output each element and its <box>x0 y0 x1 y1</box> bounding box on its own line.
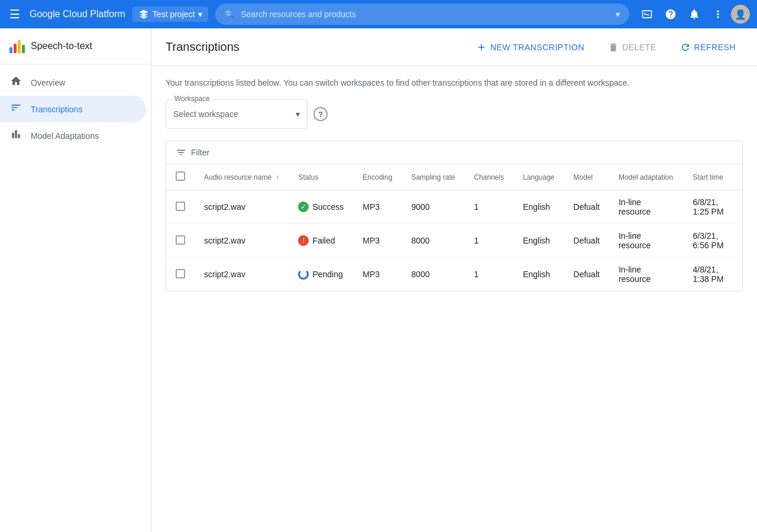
sidebar-item-transcriptions[interactable]: Transcriptions <box>0 96 146 122</box>
row-checkbox-cell[interactable] <box>166 190 195 224</box>
transcriptions-icon <box>9 102 22 116</box>
cell-status: ✓Success <box>289 190 353 224</box>
status-text: Failed <box>312 236 335 245</box>
sidebar-nav: Overview Transcriptions Model Adaptation… <box>0 64 151 154</box>
filter-label: Filter <box>191 148 209 157</box>
row-checkbox[interactable] <box>176 235 185 245</box>
cell-model: Defualt <box>564 258 609 291</box>
cell-audio-resource-name: script2.wav <box>195 190 289 224</box>
search-expand-icon[interactable]: ▾ <box>616 9 620 19</box>
terminal-button[interactable] <box>636 4 658 25</box>
cell-language: English <box>513 190 564 224</box>
delete-button: DELETE <box>601 38 663 56</box>
page-title: Transcriptions <box>166 40 240 54</box>
home-icon <box>9 75 22 90</box>
success-icon: ✓ <box>298 202 309 212</box>
cell-audio-resource-name: script2.wav <box>195 224 289 258</box>
search-input[interactable] <box>241 9 610 19</box>
cell-sampling-rate: 8000 <box>402 224 464 258</box>
notifications-button[interactable] <box>684 4 705 25</box>
refresh-button[interactable]: REFRESH <box>673 38 743 56</box>
pending-icon <box>298 269 309 280</box>
logo-bar-4 <box>22 45 25 53</box>
cell-model-adaptation: In-line resource <box>609 258 684 291</box>
logo-bar-1 <box>9 47 12 53</box>
transcriptions-table-container: Filter Audio resource name ↑ Statu <box>166 141 743 291</box>
select-all-header[interactable] <box>166 164 195 190</box>
col-status: Status <box>289 164 353 190</box>
app-logo: Google Cloud Platform <box>30 9 125 20</box>
filter-icon <box>176 147 186 158</box>
workspace-row: Workspace Select workspace ▾ ? <box>166 99 743 129</box>
delete-icon <box>608 42 619 53</box>
status-text: Success <box>312 202 344 212</box>
col-audio-resource-name[interactable]: Audio resource name ↑ <box>195 164 289 190</box>
sidebar-header: Speech-to-text <box>0 28 151 64</box>
workspace-help-button[interactable]: ? <box>313 107 328 121</box>
workspace-dropdown[interactable]: Select workspace ▾ <box>173 100 300 128</box>
page-description: Your transcriptions listed below. You ca… <box>166 78 743 87</box>
cell-sampling-rate: 8000 <box>402 258 464 291</box>
user-avatar[interactable]: 👤 <box>731 5 750 24</box>
row-checkbox[interactable] <box>176 269 185 278</box>
col-model-adaptation: Model adaptation <box>609 164 684 190</box>
sort-arrow-icon: ↑ <box>276 173 279 181</box>
table-row: script2.wav✓SuccessMP390001EnglishDefual… <box>166 190 742 224</box>
speech-to-text-logo <box>9 39 25 53</box>
row-checkbox[interactable] <box>176 202 185 211</box>
cell-channels: 1 <box>464 258 513 291</box>
menu-icon[interactable]: ☰ <box>7 5 22 24</box>
failed-icon: ! <box>298 235 309 246</box>
logo-bar-2 <box>14 44 17 53</box>
new-transcription-button[interactable]: NEW TRANSCRIPTION <box>469 38 591 56</box>
cell-model-adaptation: In-line resource <box>609 190 684 224</box>
cell-channels: 1 <box>464 190 513 224</box>
cell-start-time: 6/8/21, 1:25 PM <box>683 190 742 224</box>
select-all-checkbox[interactable] <box>176 171 185 181</box>
workspace-selector[interactable]: Workspace Select workspace ▾ <box>166 99 308 129</box>
sidebar-item-overview[interactable]: Overview <box>0 69 146 96</box>
search-bar[interactable]: 🔍 ▾ <box>215 4 629 25</box>
more-options-button[interactable] <box>707 4 729 25</box>
cell-language: English <box>513 224 564 258</box>
cell-status: !Failed <box>289 224 353 258</box>
status-text: Pending <box>312 270 342 279</box>
cell-model: Defualt <box>564 224 609 258</box>
sidebar-item-label-transcriptions: Transcriptions <box>31 105 82 114</box>
col-model: Model <box>564 164 609 190</box>
cell-audio-resource-name: script2.wav <box>195 258 289 291</box>
table-row: script2.wavPendingMP380001EnglishDefualt… <box>166 258 742 291</box>
workspace-label: Workspace <box>172 95 212 103</box>
refresh-icon <box>680 42 691 53</box>
row-checkbox-cell[interactable] <box>166 224 195 258</box>
topbar: ☰ Google Cloud Platform Test project ▾ 🔍… <box>0 0 757 28</box>
table-row: script2.wav!FailedMP380001EnglishDefualt… <box>166 224 742 258</box>
main-layout: Speech-to-text Overview Transcriptions M… <box>0 28 757 532</box>
cell-encoding: MP3 <box>353 258 402 291</box>
col-start-time: Start time <box>683 164 742 190</box>
help-button[interactable] <box>660 4 681 25</box>
sidebar-item-label-overview: Overview <box>31 78 65 87</box>
row-checkbox-cell[interactable] <box>166 258 195 291</box>
sidebar: Speech-to-text Overview Transcriptions M… <box>0 28 151 532</box>
plus-icon <box>476 42 487 53</box>
filter-bar: Filter <box>166 141 742 164</box>
cell-start-time: 4/8/21, 1:38 PM <box>683 258 742 291</box>
cell-language: English <box>513 258 564 291</box>
cell-sampling-rate: 9000 <box>402 190 464 224</box>
workspace-value: Select workspace <box>173 109 238 119</box>
table-body: script2.wav✓SuccessMP390001EnglishDefual… <box>166 190 742 291</box>
sidebar-item-model-adaptations[interactable]: Model Adaptations <box>0 122 146 149</box>
content-area: Your transcriptions listed below. You ca… <box>151 66 757 303</box>
cell-channels: 1 <box>464 224 513 258</box>
project-chevron: ▾ <box>198 9 202 19</box>
transcriptions-table: Audio resource name ↑ Status Encoding Sa… <box>166 164 742 291</box>
cell-encoding: MP3 <box>353 190 402 224</box>
cell-model-adaptation: In-line resource <box>609 224 684 258</box>
project-selector[interactable]: Test project ▾ <box>132 7 209 22</box>
cell-encoding: MP3 <box>353 224 402 258</box>
main-content: Transcriptions NEW TRANSCRIPTION DELETE … <box>151 28 757 532</box>
search-icon: 🔍 <box>225 9 235 19</box>
main-header: Transcriptions NEW TRANSCRIPTION DELETE … <box>151 28 757 66</box>
project-icon <box>138 9 149 20</box>
